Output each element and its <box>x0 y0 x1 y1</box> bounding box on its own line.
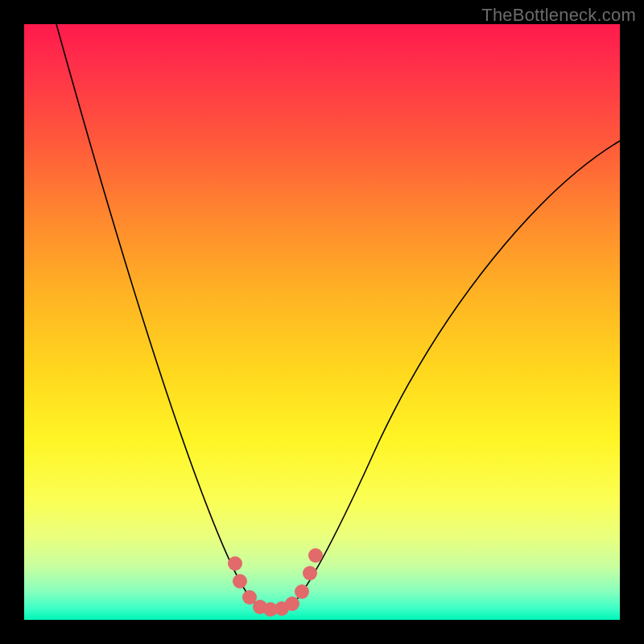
curve-left-branch <box>56 24 254 602</box>
data-point <box>295 584 309 599</box>
data-point <box>308 548 323 563</box>
data-point <box>285 597 299 611</box>
data-point <box>303 566 317 580</box>
chart-frame: TheBottleneck.com <box>0 0 644 644</box>
chart-overlay <box>24 24 620 620</box>
data-point <box>233 574 247 588</box>
data-point <box>228 556 242 571</box>
watermark-text: TheBottleneck.com <box>481 5 636 26</box>
plot-area <box>24 24 620 620</box>
curve-right-branch <box>295 141 620 602</box>
